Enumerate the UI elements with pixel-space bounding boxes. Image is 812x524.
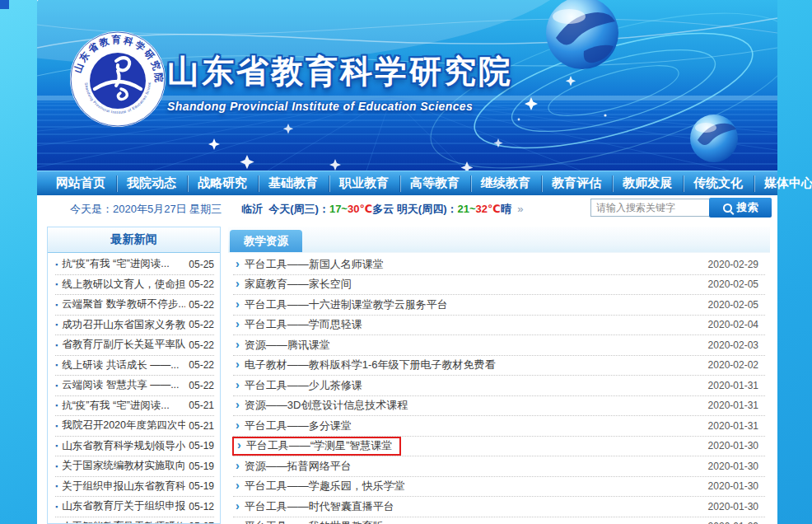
news-link[interactable]: 线上教研以文育人，使命担... [62,278,185,292]
resource-link[interactable]: 平台工具——多分课堂 [245,419,352,433]
nav-item-news[interactable]: 我院动态 [116,171,187,196]
nav-item-basic-edu[interactable]: 基础教育 [258,171,329,196]
resource-link[interactable]: 电子教材——教科版科学1-6年级下册电子教材免费看 [245,358,496,372]
resource-list-item[interactable]: ›平台工具——我的世界教育版2020-01-29 [233,517,765,524]
chevron-right-icon: › [236,297,240,311]
search-icon [723,204,732,213]
resource-list-item[interactable]: ›资源——腾讯课堂2020-02-03 [233,335,765,356]
chevron-right-icon: › [236,459,240,472]
resource-link[interactable]: 平台工具——我的世界教育版 [245,519,384,524]
tab-teaching-resources[interactable]: 教学资源 [230,230,302,252]
resource-list-item-highlighted[interactable]: ›平台工具——“学测星”智慧课堂2020-01-30 [233,437,765,457]
resource-date: 2020-02-05 [708,299,758,311]
news-link[interactable]: 抗“疫”有我 “宅”进阅读... [62,257,185,271]
resource-link[interactable]: 平台工具——学而思轻课 [245,317,362,332]
resource-list-item[interactable]: ›平台工具——学趣乐园，快乐学堂2020-01-30 [233,477,765,498]
news-list-item[interactable]: ▪云端聚首 数学教研不停步...05-22 [55,295,214,316]
news-link[interactable]: 山东省教育厅关于组织申报... [62,499,185,513]
news-link[interactable]: 抗“疫”有我 “宅”进阅读... [62,399,185,413]
search-input[interactable] [590,199,712,217]
resource-link[interactable]: 平台工具——少儿茶修课 [245,378,362,393]
resource-list-item[interactable]: ›平台工具——学而思轻课2020-02-04 [233,316,765,336]
news-link[interactable]: 云端聚首 数学教研不停步... [62,297,185,311]
resource-list-item[interactable]: ›电子教材——教科版科学1-6年级下册电子教材免费看2020-02-02 [233,356,765,377]
chevron-right-icon: › [236,479,240,492]
resource-list-item[interactable]: ›平台工具——十六进制课堂教学云服务平台2020-02-05 [233,295,765,316]
weather-more-link[interactable]: » [517,203,523,215]
resource-date: 2020-02-05 [708,278,758,290]
nav-item-teacher-dev[interactable]: 教师发展 [612,171,683,196]
news-link[interactable]: 关于国家统编教材实施取向... [62,459,185,473]
news-list-item[interactable]: ▪成功召开山东省国家义务教...05-22 [55,316,214,336]
news-link[interactable]: 线上研读 共话成长 ——... [62,358,185,372]
news-link[interactable]: 云端阅读 智慧共享 ——... [62,378,185,392]
nav-item-higher-edu[interactable]: 高等教育 [399,171,470,196]
resource-link[interactable]: 平台工具——学趣乐园，快乐学堂 [245,479,405,494]
resource-date: 2020-01-31 [708,400,758,411]
nav-item-strategy[interactable]: 战略研究 [187,171,258,196]
bullet-icon: ▪ [55,503,58,511]
nav-item-evaluation[interactable]: 教育评估 [541,171,612,196]
resource-link[interactable]: 资源——3D创意设计信息技术课程 [245,398,408,413]
news-list-item[interactable]: ▪山东省教育科学规划领导小...05-19 [55,437,214,457]
news-link[interactable]: 成功召开山东省国家义务教... [62,318,185,332]
resource-link[interactable]: 平台工具——十六进制课堂教学云服务平台 [245,297,448,312]
site-title: 山东省教育科学研究院 [167,49,513,94]
nav-item-vocational-edu[interactable]: 职业教育 [329,171,399,196]
resource-list-item[interactable]: ›平台工具——少儿茶修课2020-01-31 [233,376,765,396]
tab-strip: 教学资源 [228,227,770,253]
news-link[interactable]: 省教育厅副厅长关延平率队... [62,338,185,352]
resource-date: 2020-02-02 [708,359,758,371]
resource-link[interactable]: 平台工具——新国人名师课堂 [245,257,384,272]
site-title-block: 山东省教育科学研究院 Shandong Provincial Institute… [167,49,513,113]
chevron-right-icon: › [236,358,240,371]
news-date: 05-22 [189,359,214,371]
nav-item-continuing-edu[interactable]: 继续教育 [470,171,541,196]
resource-link[interactable]: 平台工具——时代智囊直播平台 [245,499,394,514]
news-link[interactable]: 我院召开2020年度第四次中... [62,419,185,433]
bullet-icon: ▪ [55,422,58,430]
news-date: 05-22 [189,278,214,290]
nav-item-media-center[interactable]: 媒体中心 [754,171,812,196]
bullet-icon: ▪ [55,462,58,470]
chevron-right-icon: › [236,499,240,512]
resource-list-item[interactable]: ›家庭教育——家长空间2020-02-05 [233,275,765,296]
resource-list-item[interactable]: ›平台工具——时代智囊直播平台2020-01-30 [233,497,765,517]
nav-item-traditional-culture[interactable]: 传统文化 [683,171,754,196]
news-list-item[interactable]: ▪省教育厅副厅长关延平率队...05-22 [55,335,214,356]
news-list-item[interactable]: ▪人工智能教育骨干教师研修...05-07 [55,517,214,524]
globe-icon [546,0,618,69]
news-list-item[interactable]: ▪山东省教育厅关于组织申报...05-12 [55,497,214,517]
news-link[interactable]: 山东省教育科学规划领导小... [62,439,185,453]
news-list-item[interactable]: ▪我院召开2020年度第四次中...05-21 [55,416,214,437]
resource-date: 2020-01-30 [708,501,758,512]
resource-link[interactable]: 资源——拓普网络平台 [245,459,352,474]
news-list-item[interactable]: ▪抗“疫”有我 “宅”进阅读...05-21 [55,396,214,417]
resource-list-item[interactable]: ›资源——3D创意设计信息技术课程2020-01-31 [233,396,765,417]
page-container: 山东省教育科学研究院 Shandong Provincial Institute… [37,0,777,524]
weather-tomorrow-label: 明天(周四)： [397,203,458,215]
search-button[interactable]: 搜索 [709,198,772,218]
chevron-right-icon: › [236,378,240,391]
resource-link[interactable]: 资源——腾讯课堂 [245,338,330,353]
resource-list-item[interactable]: ›资源——拓普网络平台2020-01-30 [233,456,765,477]
weather-widget: 临沂 今天(周三)：17~30℃多云 明天(周四)：21~32℃晴 » [241,202,524,217]
news-list-item[interactable]: ▪关于国家统编教材实施取向...05-19 [55,456,214,477]
bullet-icon: ▪ [55,381,58,390]
nav-item-home[interactable]: 网站首页 [45,171,116,196]
news-list-item[interactable]: ▪线上教研以文育人，使命担...05-22 [55,275,214,296]
news-date: 05-25 [189,259,214,270]
site-banner: 山东省教育科学研究院 Shandong Provincial Institute… [37,0,777,171]
resource-link[interactable]: 家庭教育——家长空间 [245,277,352,292]
resource-link[interactable]: 平台工具——“学测星”智慧课堂 [246,438,393,453]
news-date: 05-22 [189,299,214,311]
resource-list-item[interactable]: ›平台工具——多分课堂2020-01-31 [233,416,765,437]
news-link[interactable]: 关于组织申报山东省教育科... [62,480,185,494]
news-link[interactable]: 人工智能教育骨干教师研修... [62,520,185,524]
news-list-item[interactable]: ▪抗“疫”有我 “宅”进阅读...05-25 [55,255,214,275]
news-list-item[interactable]: ▪线上研读 共话成长 ——...05-22 [55,356,214,377]
news-list-item[interactable]: ▪关于组织申报山东省教育科...05-19 [55,477,214,498]
news-list-item[interactable]: ▪云端阅读 智慧共享 ——...05-22 [55,376,214,396]
resource-list-item[interactable]: ›平台工具——新国人名师课堂2020-02-29 [233,255,765,275]
news-date: 05-19 [189,461,214,472]
